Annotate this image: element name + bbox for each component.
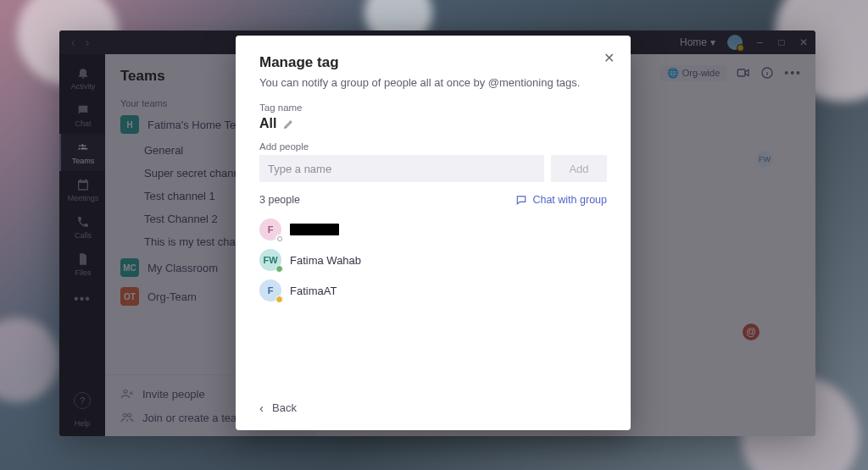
presence-away-icon: [275, 296, 283, 303]
modal-description: You can notify a group of people all at …: [259, 76, 607, 89]
modal-footer: ‹ Back: [259, 401, 607, 415]
chat-icon: [515, 194, 527, 206]
tag-name: All: [259, 116, 276, 131]
manage-tag-modal: ✕ Manage tag You can notify a group of p…: [236, 36, 631, 430]
close-button[interactable]: ✕: [598, 47, 619, 68]
people-count: 3 people: [259, 194, 300, 206]
add-people-row: Add: [259, 155, 607, 182]
chat-with-group[interactable]: Chat with group: [515, 194, 607, 206]
person-row[interactable]: FW Fatima Wahab: [259, 245, 607, 275]
person-avatar: F: [259, 218, 281, 241]
modal-title: Manage tag: [259, 54, 607, 71]
presence-available-icon: [275, 265, 283, 273]
add-people-input[interactable]: [259, 155, 544, 182]
add-people-label: Add people: [259, 141, 607, 152]
person-name: Fatima Wahab: [290, 254, 361, 267]
back-button[interactable]: Back: [272, 401, 297, 414]
person-name-redacted: [290, 224, 339, 235]
person-row[interactable]: F FatimaAT: [259, 275, 607, 306]
person-row[interactable]: F: [259, 214, 607, 245]
edit-icon[interactable]: [283, 118, 295, 130]
person-avatar: F: [259, 279, 281, 301]
tag-name-label: Tag name: [259, 102, 607, 113]
people-header: 3 people Chat with group: [259, 194, 607, 206]
person-name: FatimaAT: [290, 285, 337, 297]
add-button[interactable]: Add: [551, 155, 607, 182]
tag-name-row: All: [259, 116, 607, 131]
back-arrow-icon[interactable]: ‹: [259, 401, 264, 415]
presence-away-icon: [275, 235, 283, 242]
person-avatar: FW: [259, 249, 281, 271]
